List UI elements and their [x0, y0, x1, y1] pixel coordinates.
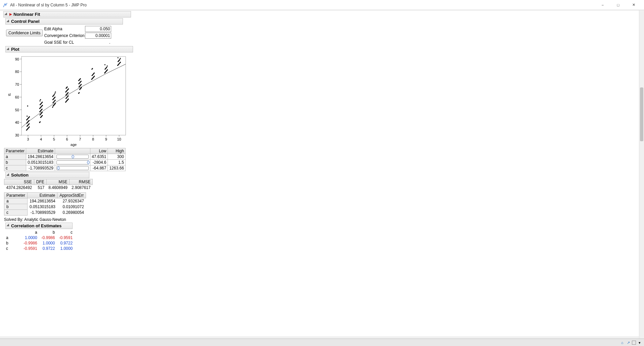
fit-header: DFE	[34, 179, 46, 185]
svg-marker-192	[72, 155, 74, 159]
control-label: Edit Alpha	[44, 27, 85, 31]
window-title: All - Nonlinear of sl by Column 5 - JMP …	[10, 3, 595, 7]
svg-point-150	[81, 81, 82, 82]
control-row: Convergence Criterion	[44, 32, 111, 39]
disclosure-icon[interactable]	[6, 20, 10, 23]
vertical-scrollbar[interactable]	[639, 10, 644, 336]
disclosure-icon[interactable]	[6, 173, 10, 177]
corr-header: b	[39, 230, 57, 235]
svg-point-107	[54, 94, 55, 95]
control-input[interactable]	[85, 26, 111, 32]
scrollbar-thumb[interactable]	[640, 87, 643, 141]
svg-point-93	[55, 103, 56, 104]
svg-point-177	[106, 67, 107, 68]
fit-header: RMSE	[70, 179, 93, 185]
plot-svg: 30405060708090345678910agesl	[5, 53, 129, 147]
param-estimate: 194.28613654	[26, 154, 55, 160]
corr-row-name: b	[4, 240, 22, 246]
plot-header[interactable]: Plot	[5, 46, 133, 52]
disclosure-icon[interactable]	[6, 224, 10, 227]
svg-text:60: 60	[15, 95, 19, 99]
svg-point-74	[42, 109, 43, 110]
sol-param-row: c-1.7089935290.26980054	[4, 209, 86, 215]
control-row: Edit Alpha	[44, 26, 111, 32]
svg-text:6: 6	[66, 137, 68, 141]
param-slider-cell	[55, 154, 90, 160]
window-controls: − □ ✕	[595, 0, 641, 10]
svg-point-58	[27, 106, 28, 107]
minimize-button[interactable]: −	[595, 0, 610, 10]
param-slider[interactable]	[56, 155, 89, 159]
control-input[interactable]	[85, 33, 111, 39]
nonlinear-fit-header[interactable]: Nonlinear Fit	[3, 11, 131, 17]
svg-text:30: 30	[15, 133, 19, 137]
svg-text:7: 7	[79, 137, 81, 141]
disclosure-icon[interactable]	[6, 47, 10, 51]
svg-text:90: 90	[15, 57, 19, 61]
svg-marker-194	[57, 166, 60, 170]
param-low: -64.867	[90, 165, 108, 171]
fit-value: 2.9087617	[70, 185, 93, 191]
param-slider-cell	[55, 160, 90, 165]
svg-point-69	[42, 112, 43, 113]
param-row: b0.0513015183-2804.61.5	[4, 160, 126, 165]
slider-thumb-icon[interactable]	[57, 166, 60, 170]
slider-thumb-icon[interactable]	[71, 154, 75, 159]
corr-value: -0.9591	[22, 246, 39, 251]
corr-row: b-0.99861.00000.9722	[4, 240, 75, 246]
fit-header: MSE	[46, 179, 70, 185]
scatter-plot[interactable]: 30405060708090345678910agesl	[5, 53, 129, 147]
solution-header[interactable]: Solution	[5, 172, 89, 178]
fit-stats-table: SSEDFEMSERMSE4374.28264925178.46089492.9…	[4, 179, 93, 191]
svg-text:sl: sl	[8, 92, 11, 97]
control-panel-header[interactable]: Control Panel	[5, 18, 123, 25]
sol-param-se: 0.01091072	[57, 204, 86, 209]
fit-header: SSE	[4, 179, 34, 185]
disclosure-icon[interactable]	[4, 12, 8, 16]
slider-thumb-icon[interactable]	[87, 160, 90, 165]
svg-point-108	[54, 93, 55, 94]
svg-point-145	[81, 84, 82, 85]
sol-param-est: 194.28613654	[28, 198, 57, 204]
param-row: a194.2861365447.6351300	[4, 154, 126, 160]
svg-point-154	[80, 78, 81, 79]
control-label: Convergence Criterion	[44, 33, 85, 38]
svg-point-134	[67, 86, 68, 87]
maximize-button[interactable]: □	[610, 0, 626, 10]
svg-marker-0	[9, 13, 12, 16]
sol-param-est: 0.0513015183	[28, 204, 57, 209]
nonlinear-fit-title: Nonlinear Fit	[13, 12, 40, 17]
content-area: Nonlinear Fit Control Panel Confidence L…	[0, 10, 644, 336]
solved-by-label: Solved By:	[4, 217, 23, 222]
svg-point-189	[119, 59, 120, 60]
svg-rect-2	[22, 56, 126, 135]
close-button[interactable]: ✕	[626, 0, 641, 10]
param-header: Estimate	[26, 148, 55, 154]
svg-point-191	[118, 57, 119, 58]
svg-text:70: 70	[15, 82, 19, 86]
corr-value: 1.0000	[39, 240, 57, 246]
sol-param-header: Parameter	[4, 192, 28, 198]
corr-value: -0.9986	[22, 240, 39, 246]
fit-value: 8.4608949	[46, 185, 70, 191]
corr-row: c-0.95910.97221.0000	[4, 246, 75, 251]
param-slider[interactable]	[56, 160, 89, 164]
param-high: 300	[108, 154, 125, 160]
sol-param-header: ApproxStdErr	[57, 192, 86, 198]
svg-point-140	[81, 87, 82, 88]
svg-text:40: 40	[15, 120, 19, 124]
svg-text:3: 3	[27, 137, 29, 141]
svg-point-178	[107, 66, 108, 67]
svg-point-60	[40, 121, 41, 122]
corr-value: 1.0000	[57, 246, 75, 251]
hotspot-icon[interactable]	[9, 13, 12, 16]
param-slider-cell	[55, 165, 90, 171]
titlebar: All - Nonlinear of sl by Column 5 - JMP …	[0, 0, 644, 10]
correlation-header[interactable]: Correlation of Estimates	[5, 223, 73, 229]
solved-by-row: Solved By: Analytic Gauss-Newton	[4, 217, 644, 222]
param-header: Parameter	[4, 148, 26, 154]
confidence-limits-button[interactable]: Confidence Limits	[6, 30, 43, 36]
svg-point-167	[92, 68, 93, 69]
param-header	[55, 148, 90, 154]
param-slider[interactable]	[56, 166, 89, 170]
